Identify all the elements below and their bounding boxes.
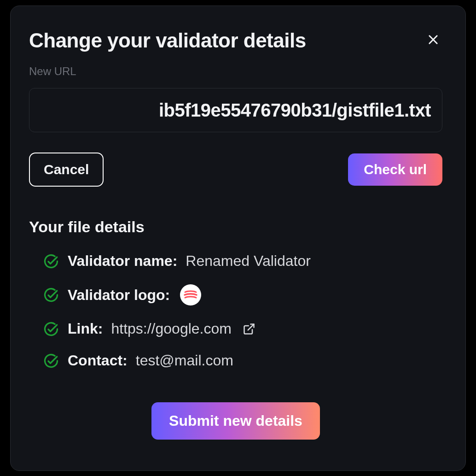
validator-logo-label: Validator logo: xyxy=(68,287,170,304)
close-icon xyxy=(427,33,440,48)
modal-header: Change your validator details xyxy=(29,29,442,52)
modal-backdrop: Change your validator details New URL Ca… xyxy=(0,0,476,476)
external-link-icon[interactable] xyxy=(243,323,255,335)
contact-value: test@mail.com xyxy=(136,352,233,369)
detail-row-contact: Contact: test@mail.com xyxy=(43,352,442,369)
contact-label: Contact: xyxy=(68,352,128,369)
check-circle-icon xyxy=(43,253,59,270)
url-field-label: New URL xyxy=(29,65,442,78)
file-details-heading: Your file details xyxy=(29,218,442,236)
detail-row-logo: Validator logo: xyxy=(43,284,442,306)
svg-line-3 xyxy=(248,324,254,330)
url-input[interactable] xyxy=(29,88,442,132)
link-label: Link: xyxy=(68,320,103,337)
change-validator-modal: Change your validator details New URL Ca… xyxy=(10,6,466,471)
detail-row-name: Validator name: Renamed Validator xyxy=(43,253,442,270)
cancel-button[interactable]: Cancel xyxy=(29,153,104,187)
check-url-button[interactable]: Check url xyxy=(348,153,442,186)
modal-title: Change your validator details xyxy=(29,29,306,52)
validator-logo-image xyxy=(180,284,201,306)
submit-button[interactable]: Submit new details xyxy=(151,402,320,440)
submit-row: Submit new details xyxy=(29,402,442,440)
check-circle-icon xyxy=(43,353,59,369)
check-circle-icon xyxy=(43,321,59,337)
link-value[interactable]: https://google.com xyxy=(111,320,231,337)
close-button[interactable] xyxy=(424,31,442,50)
validator-name-label: Validator name: xyxy=(68,253,177,270)
file-details-list: Validator name: Renamed Validator Valida… xyxy=(29,253,442,369)
detail-row-link: Link: https://google.com xyxy=(43,320,442,337)
check-circle-icon xyxy=(43,287,59,303)
url-button-row: Cancel Check url xyxy=(29,153,442,187)
validator-name-value: Renamed Validator xyxy=(186,253,311,270)
